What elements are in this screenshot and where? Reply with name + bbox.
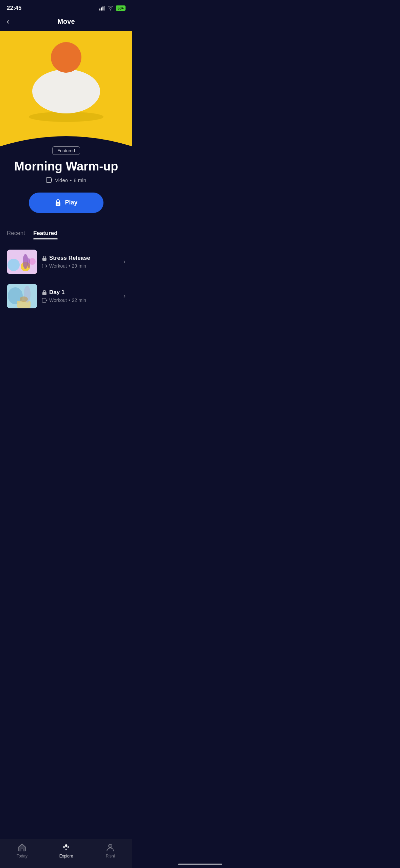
thumb-stress-image	[7, 250, 37, 274]
svg-rect-21	[42, 298, 46, 302]
list-meta-stress: Workout • 29 min	[42, 263, 119, 269]
page-title: Move	[57, 18, 75, 25]
play-label: Play	[65, 199, 77, 206]
svg-rect-13	[42, 258, 46, 261]
svg-rect-1	[101, 7, 102, 11]
tab-recent[interactable]: Recent	[7, 230, 25, 239]
meta-dot: •	[70, 177, 72, 183]
hero-circle-orange	[51, 42, 81, 73]
meta-dot-stress: •	[69, 263, 70, 269]
list-item-title-stress: Stress Release	[49, 255, 90, 261]
lock-icon	[55, 199, 61, 207]
signal-icon	[99, 6, 106, 11]
list-info-stress: Stress Release Workout • 29 min	[42, 255, 119, 269]
hero-blob	[32, 69, 100, 113]
list-item-title-day1: Day 1	[49, 289, 64, 296]
chevron-icon-stress: ›	[123, 258, 126, 265]
video-icon	[46, 177, 53, 183]
svg-point-19	[20, 296, 28, 302]
chevron-icon-day1: ›	[123, 292, 126, 300]
back-button[interactable]: ‹	[7, 17, 9, 26]
list-thumb-stress	[7, 250, 37, 274]
list-thumb-day1	[7, 284, 37, 308]
meta-dot-day1: •	[69, 297, 70, 303]
tabs-section: Recent Featured	[0, 223, 132, 239]
featured-badge: Featured	[52, 146, 80, 155]
play-button[interactable]: Play	[29, 193, 103, 213]
list-meta-day1: Workout • 22 min	[42, 297, 119, 303]
list-info-day1: Day 1 Workout • 22 min	[42, 289, 119, 303]
meta-type: Video	[55, 177, 68, 183]
svg-rect-3	[104, 6, 105, 11]
nav-header: ‹ Move	[0, 14, 132, 31]
meta-duration-day1: 22 min	[72, 297, 86, 303]
meta-type-stress: Workout	[49, 263, 67, 269]
status-time: 22:45	[7, 5, 21, 12]
status-icons: 53+	[99, 5, 126, 11]
stress-thumbnail-art	[7, 250, 37, 274]
hero-section	[0, 31, 132, 146]
status-bar: 22:45 53+	[0, 0, 132, 14]
svg-rect-0	[99, 8, 100, 11]
lock-small-icon-day1	[42, 290, 47, 295]
svg-point-8	[7, 259, 20, 271]
meta-duration-stress: 29 min	[72, 263, 86, 269]
wifi-icon	[108, 6, 114, 11]
thumb-day1-image	[7, 284, 37, 308]
svg-point-11	[23, 254, 28, 269]
svg-point-6	[57, 203, 59, 205]
video-small-icon-day1	[42, 298, 47, 303]
list-item[interactable]: Stress Release Workout • 29 min ›	[7, 245, 126, 279]
svg-rect-2	[102, 6, 103, 11]
meta-duration: 8 min	[74, 177, 86, 183]
hero-dark-curve	[0, 126, 132, 146]
meta-type-day1: Workout	[49, 297, 67, 303]
list-title-row: Stress Release	[42, 255, 119, 261]
lock-small-icon	[42, 255, 47, 261]
svg-rect-14	[42, 264, 46, 268]
video-small-icon	[42, 264, 47, 268]
svg-rect-20	[42, 292, 46, 295]
featured-meta: Video • 8 min	[7, 177, 126, 183]
featured-title: Morning Warm-up	[7, 160, 126, 173]
featured-content: Featured Morning Warm-up Video • 8 min P…	[0, 146, 132, 223]
list-section: Stress Release Workout • 29 min ›	[0, 239, 132, 319]
battery-badge: 53+	[116, 5, 126, 11]
svg-point-12	[27, 258, 30, 268]
svg-rect-4	[46, 178, 51, 183]
tab-featured[interactable]: Featured	[33, 230, 58, 239]
day1-thumbnail-art	[7, 284, 37, 308]
list-item-day1[interactable]: Day 1 Workout • 22 min ›	[7, 279, 126, 313]
list-title-row-day1: Day 1	[42, 289, 119, 296]
